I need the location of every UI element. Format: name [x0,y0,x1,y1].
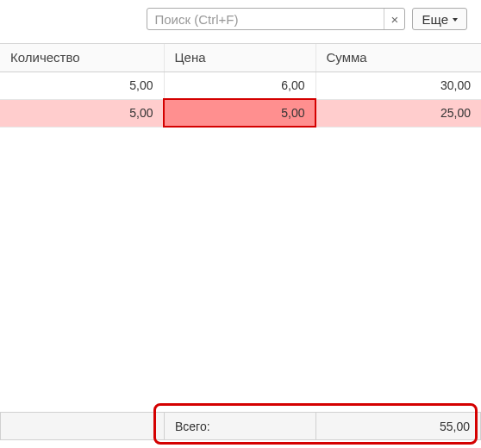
table-header-row: Количество Цена Сумма [0,44,481,72]
cell-quantity[interactable]: 5,00 [0,99,164,127]
col-quantity[interactable]: Количество [0,44,164,72]
table-row[interactable]: 5,00 5,00 25,00 [0,99,481,127]
total-label: Всего: [165,413,316,440]
clear-icon[interactable]: × [384,9,404,29]
search-input[interactable] [147,8,405,30]
col-sum[interactable]: Сумма [315,44,481,72]
footer: Всего: 55,00 [0,379,481,448]
col-price[interactable]: Цена [164,44,315,72]
more-button[interactable]: Еще [412,8,467,30]
toolbar: × Еще [0,0,481,38]
cell-price-error[interactable]: 5,00 [164,99,315,127]
table-row[interactable]: 5,00 6,00 30,00 [0,72,481,99]
data-grid[interactable]: Количество Цена Сумма 5,00 6,00 30,00 5,… [0,43,481,379]
cell-sum[interactable]: 25,00 [315,99,481,127]
cell-price[interactable]: 6,00 [164,72,315,99]
total-row: Всего: 55,00 [1,413,481,440]
chevron-down-icon [453,18,458,22]
total-value: 55,00 [316,413,481,440]
cell-sum[interactable]: 30,00 [315,72,481,99]
more-button-label: Еще [422,12,448,27]
search-wrap: × [147,8,405,30]
total-empty-cell [1,413,165,440]
cell-quantity[interactable]: 5,00 [0,72,164,99]
